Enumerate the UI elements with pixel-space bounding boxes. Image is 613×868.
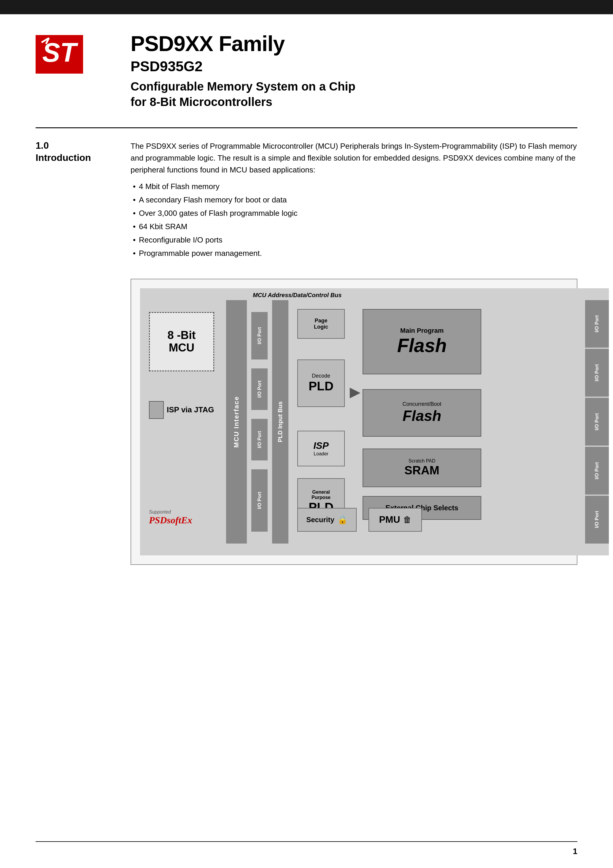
isp-italic-label: ISP [313,440,329,451]
section-title: Introduction [36,152,113,163]
introduction-section: 1.0 Introduction The PSD9XX series of Pr… [36,140,577,261]
io-port-right-2: I/O Port [585,349,609,397]
mcu-block: 8 -Bit MCU [149,312,214,371]
page-logic-block: PageLogic [297,309,345,339]
section-content: The PSD9XX series of Programmable Microc… [130,140,577,261]
sram-label: SRAM [404,464,440,477]
product-number: PSD935G2 [130,58,577,75]
main-flash-label: Flash [397,335,447,356]
io-port-label-3: I/O Port [257,431,262,448]
io-port-left-3: I/O Port [251,419,268,460]
header-section: ST PSD9XX Family PSD935G2 Configurable M… [36,32,577,110]
security-label: Security [306,516,334,524]
decode-pld-block: Decode PLD [297,360,345,407]
title-area: PSD9XX Family PSD935G2 Configurable Memo… [130,32,577,110]
isp-jtag-label: ISP via JTAG [167,405,214,414]
io-port-right-4: I/O Port [585,447,609,494]
boot-flash-label: Flash [402,407,441,425]
io-port-right-1: I/O Port [585,300,609,348]
diagram-main-area: PageLogic Decode PLD ► ISP Loader Genera… [294,300,553,544]
isp-loader-block: ISP Loader [297,431,345,467]
io-port-left-2: I/O Port [251,368,268,410]
psd-logo-area: Supported PSDsoftEx [149,509,214,526]
bullet-item: 64 Kbit SRAM [130,221,577,232]
bullet-item: Reconfigurable I/O ports [130,234,577,246]
io-port-right-label-2: I/O Port [594,364,600,381]
io-port-right-label-1: I/O Port [594,315,600,332]
bullet-item: 4 Mbit of Flash memory [130,181,577,192]
io-port-label-1: I/O Port [257,327,262,344]
concurrent-label: Concurrent/Boot [402,401,441,407]
io-port-label-4: I/O Port [257,492,262,509]
supported-label: Supported [149,509,214,515]
io-port-left-1: I/O Port [251,312,268,360]
sram-block: Scratch PAD SRAM [362,448,481,487]
security-block: Security 🔒 [297,508,357,532]
boot-flash-block: Concurrent/Boot Flash [362,389,481,437]
pmu-label: PMU [379,514,400,525]
page-footer: 1 [36,841,577,856]
isp-chip-icon [149,401,164,419]
io-port-right-label-5: I/O Port [594,511,600,528]
section-label: 1.0 Introduction [36,140,113,261]
pmu-block: PMU 🗑 [368,508,422,532]
io-port-left-4: I/O Port [251,469,268,532]
product-description: Configurable Memory System on a Chip for… [130,79,577,110]
diagram-inner: MCU Address/Data/Control Bus 8 -Bit MCU … [140,288,609,555]
bullet-item: Programmable power management. [130,248,577,259]
arrow-right-icon: ► [346,382,364,402]
io-port-right-label-4: I/O Port [594,462,600,479]
top-bar [0,0,613,14]
psd-soft-logo: PSDsoftEx [149,515,214,526]
decode-label: Decode [312,373,330,379]
mcu-interface-bar: MCU Interface [226,300,247,544]
section-number: 1.0 [36,140,113,151]
scratch-label: Scratch PAD [409,458,435,464]
io-ports-right: I/O Port I/O Port I/O Port I/O Port I/O … [585,300,609,544]
section-divider [36,127,577,128]
lock-icon: 🔒 [337,515,348,524]
isp-jtag-block: ISP via JTAG [149,401,214,419]
st-logo: ST [36,35,83,74]
mcu-label: 8 -Bit MCU [168,329,196,354]
main-program-flash-block: Main Program Flash [362,309,481,374]
io-port-label-2: I/O Port [257,381,262,398]
block-diagram-container: MCU Address/Data/Control Bus 8 -Bit MCU … [130,279,577,565]
gp-label: GeneralPurpose [311,490,331,500]
logo-area: ST [36,35,83,75]
pld-label: PLD [308,379,333,393]
pld-input-bus-label: PLD Input Bus [277,401,284,442]
io-port-right-3: I/O Port [585,398,609,446]
mcu-interface-label: MCU Interface [233,396,240,448]
page-logic-label: PageLogic [314,318,328,330]
bullet-item: A secondary Flash memory for boot or dat… [130,194,577,206]
pmu-icon: 🗑 [403,515,412,524]
io-port-right-5: I/O Port [585,496,609,544]
intro-body: The PSD9XX series of Programmable Microc… [130,140,577,176]
bus-label: MCU Address/Data/Control Bus [253,292,342,299]
loader-label: Loader [314,451,328,457]
product-family: PSD9XX Family [130,32,577,56]
pld-input-bus-bar: PLD Input Bus [272,300,288,544]
page-number: 1 [573,846,577,856]
bullet-list: 4 Mbit of Flash memory A secondary Flash… [130,181,577,259]
main-program-label: Main Program [400,327,444,335]
io-port-right-label-3: I/O Port [594,413,600,431]
bullet-item: Over 3,000 gates of Flash programmable l… [130,208,577,219]
